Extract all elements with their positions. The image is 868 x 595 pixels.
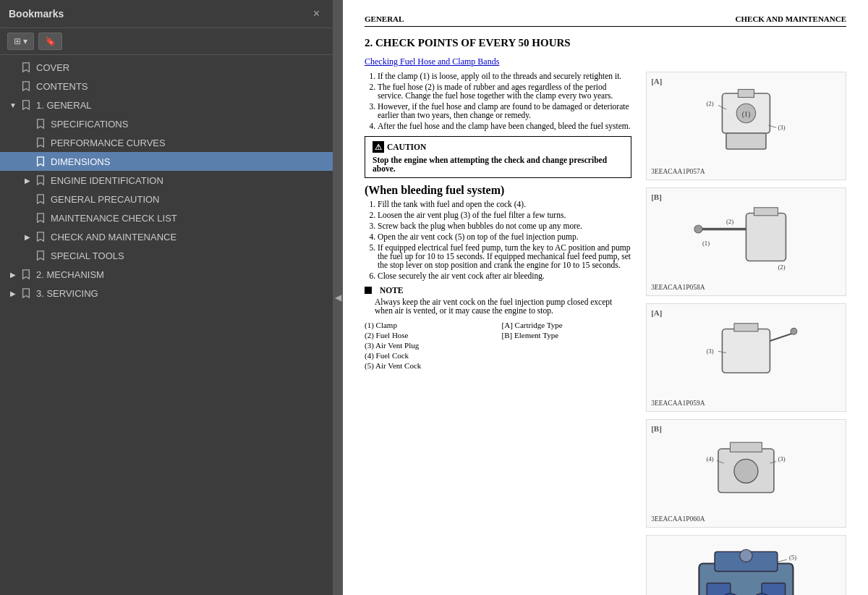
sidebar-item-label-special-tools: SPECIAL TOOLS <box>51 250 124 261</box>
bookmark-toolbar-button[interactable]: 🔖 <box>38 33 62 50</box>
legend-5-key: (5) Air Vent Cock <box>365 361 495 370</box>
content-right: [A] (1) (2) (3) 3EEACAA1P057A [B] <box>646 72 846 595</box>
caution-text: Stop the engine when attempting the chec… <box>373 156 624 173</box>
sidebar-item-label-general: 1. GENERAL <box>36 100 92 111</box>
sidebar-item-performance-curves[interactable]: PERFORMANCE CURVES <box>0 133 333 152</box>
step-1: If the clamp (1) is loose, apply oil to … <box>378 72 631 80</box>
svg-rect-2 <box>726 133 766 149</box>
diagram-b-label: [B] <box>651 193 662 201</box>
main-steps-list: If the clamp (1) is loose, apply oil to … <box>365 72 631 130</box>
svg-rect-32 <box>762 583 786 595</box>
svg-rect-9 <box>746 214 786 261</box>
sidebar-item-dimensions[interactable]: DIMENSIONS <box>0 152 333 171</box>
bleeding-step-3: Screw back the plug when bubbles do not … <box>378 221 631 230</box>
legend-3-value <box>502 341 632 350</box>
note-bullet-icon <box>365 287 372 294</box>
svg-text:(2): (2) <box>707 100 714 107</box>
diagram-a-bottom-svg: (3) <box>651 317 841 397</box>
sidebar-item-engine-identification[interactable]: ▶ ENGINE IDENTIFICATION <box>0 171 333 190</box>
svg-text:(5): (5) <box>789 554 796 561</box>
sidebar-item-general-precaution[interactable]: GENERAL PRECAUTION <box>0 190 333 208</box>
content-columns: If the clamp (1) is loose, apply oil to … <box>365 72 846 595</box>
section-title: 2. CHECK POINTS OF EVERY 50 HOURS <box>365 37 846 49</box>
sidebar-item-label-maintenance-check-list: MAINTENANCE CHECK LIST <box>51 213 177 224</box>
sidebar-item-label-contents: CONTENTS <box>36 81 88 92</box>
sidebar-item-general[interactable]: ▼ 1. GENERAL <box>0 96 333 114</box>
sidebar-item-special-tools[interactable]: SPECIAL TOOLS <box>0 246 333 265</box>
expand-arrow-general[interactable]: ▼ <box>7 99 19 111</box>
caution-label: CAUTION <box>387 143 426 151</box>
sidebar-item-maintenance-check-list[interactable]: MAINTENANCE CHECK LIST <box>0 208 333 227</box>
expand-arrow-servicing[interactable]: ▶ <box>7 287 19 299</box>
svg-point-12 <box>694 225 702 233</box>
grid-icon: ⊞ <box>14 36 21 46</box>
sidebar-item-specifications[interactable]: SPECIFICATIONS <box>0 114 333 133</box>
expand-arrow-engine[interactable]: ▶ <box>22 174 33 186</box>
dropdown-arrow-icon: ▾ <box>23 36 27 46</box>
diagram-a-bottom-label: [A] <box>651 308 662 317</box>
sidebar-item-label-performance-curves: PERFORMANCE CURVES <box>51 138 166 148</box>
expand-arrow-mechanism[interactable]: ▶ <box>7 269 19 280</box>
svg-text:(1): (1) <box>742 110 751 119</box>
svg-rect-31 <box>707 583 731 595</box>
bookmark-icon-maintenance-check-list <box>35 212 46 224</box>
expand-spacer <box>22 193 33 205</box>
bookmark-icon: 🔖 <box>45 36 56 46</box>
close-button[interactable]: × <box>309 6 324 22</box>
svg-text:(3): (3) <box>778 455 786 463</box>
bookmark-icon-general-precaution <box>35 193 46 205</box>
caution-icon: ⚠ <box>373 141 384 153</box>
sidebar-title: Bookmarks <box>9 8 64 20</box>
note-label: NOTE <box>380 286 404 295</box>
sidebar-item-label-servicing: 3. SERVICING <box>36 288 98 299</box>
svg-text:(3): (3) <box>778 124 786 131</box>
sidebar-item-check-and-maintenance[interactable]: ▶ CHECK AND MAINTENANCE <box>0 227 333 246</box>
sidebar-item-label-cover: COVER <box>36 62 69 73</box>
legend-2-value: [B] Element Type <box>502 331 632 339</box>
expand-spacer <box>22 118 33 130</box>
diagram-b2-label: [B] <box>651 424 662 433</box>
step-3: However, if the fuel hose and clamp are … <box>378 102 631 119</box>
svg-point-19 <box>791 328 797 334</box>
bookmark-icon-servicing <box>20 287 32 299</box>
sidebar-item-label-dimensions: DIMENSIONS <box>51 156 110 167</box>
sidebar-item-mechanism[interactable]: ▶ 2. MECHANISM <box>0 265 333 284</box>
expand-arrow-check[interactable]: ▶ <box>22 231 33 242</box>
svg-rect-23 <box>731 442 762 452</box>
bleeding-step-6: Close securely the air vent cock after a… <box>378 271 631 280</box>
svg-point-35 <box>740 549 752 562</box>
sidebar-item-label-specifications: SPECIFICATIONS <box>51 119 128 130</box>
diagram-engine-svg: (5) <box>651 540 841 595</box>
bookmark-icon-general <box>20 99 32 111</box>
sidebar-collapse-button[interactable]: ◀ <box>333 0 343 595</box>
diagram-engine: (5) 3EEACAB0P001B <box>646 535 846 595</box>
legend-3-key: (3) Air Vent Plug <box>365 341 495 350</box>
bookmark-icon-performance-curves <box>35 137 46 148</box>
bleeding-step-5: If equipped electrical fuel feed pump, t… <box>378 243 631 269</box>
svg-text:(4): (4) <box>707 455 714 463</box>
note-text: Always keep the air vent cock on the fue… <box>375 298 631 315</box>
sidebar-item-contents[interactable]: CONTENTS <box>0 77 333 96</box>
bleeding-step-1: Fill the tank with fuel and open the coc… <box>378 200 631 208</box>
svg-text:(3): (3) <box>707 347 714 355</box>
sidebar-item-servicing[interactable]: ▶ 3. SERVICING <box>0 284 333 303</box>
bookmark-list: COVER CONTENTS ▼ 1. GENERAL SPECIFICATIO… <box>0 55 333 595</box>
legend-5-value <box>502 361 632 370</box>
view-toolbar-button[interactable]: ⊞ ▾ <box>7 33 34 50</box>
main-content: GENERAL CHECK AND MAINTENANCE 2. CHECK P… <box>343 0 868 595</box>
diagram-b-svg: (1) (2) (2) <box>651 201 841 281</box>
svg-line-37 <box>778 560 787 562</box>
bleeding-step-4: Open the air vent cock (5) on top of the… <box>378 232 631 241</box>
svg-line-18 <box>770 333 794 341</box>
expand-spacer <box>7 80 19 92</box>
svg-text:(2): (2) <box>778 263 786 271</box>
step-4: After the fuel hose and the clamp have b… <box>378 122 631 130</box>
sidebar-toolbar: ⊞ ▾ 🔖 <box>0 28 333 55</box>
diagram-b2: [B] (4) (3) 3EEACAA1P060A <box>646 419 846 528</box>
subsection-link[interactable]: Checking Fuel Hose and Clamp Bands <box>365 56 846 67</box>
sidebar-item-cover[interactable]: COVER <box>0 58 333 77</box>
svg-rect-16 <box>723 329 770 374</box>
expand-spacer <box>22 250 33 261</box>
bookmark-icon-engine-identification <box>35 174 46 186</box>
diagram-b: [B] (1) (2) (2) 3EEACAA1P058A <box>646 187 846 296</box>
